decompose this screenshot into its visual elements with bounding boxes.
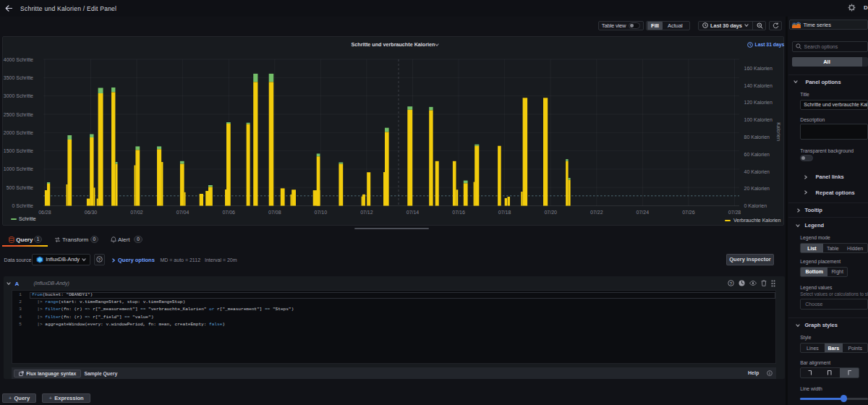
svg-text:07/26: 07/26 [682, 210, 695, 215]
svg-text:07/24: 07/24 [637, 210, 650, 215]
svg-text:?: ? [730, 281, 733, 286]
svg-text:07/06: 07/06 [222, 210, 235, 215]
svg-text:0 Schritte: 0 Schritte [12, 203, 33, 208]
svg-text:07/18: 07/18 [498, 210, 511, 215]
svg-text:120 Kalorien: 120 Kalorien [744, 100, 773, 105]
svg-text:60 Kalorien: 60 Kalorien [744, 152, 770, 157]
svg-text:Kalorien: Kalorien [776, 122, 781, 141]
svg-text:140 Kalorien: 140 Kalorien [744, 83, 773, 88]
svg-text:07/22: 07/22 [590, 210, 603, 215]
svg-text:2000 Schritte: 2000 Schritte [4, 130, 33, 135]
svg-text:07/08: 07/08 [268, 210, 281, 215]
svg-text:07/16: 07/16 [452, 210, 465, 215]
svg-text:500 Schritte: 500 Schritte [7, 185, 33, 190]
svg-text:40 Kalorien: 40 Kalorien [744, 169, 770, 174]
svg-text:0 Kalorien: 0 Kalorien [744, 203, 767, 208]
svg-text:07/20: 07/20 [544, 210, 557, 215]
svg-text:07/02: 07/02 [130, 210, 143, 215]
svg-text:?: ? [98, 257, 101, 262]
svg-text:20 Kalorien: 20 Kalorien [744, 186, 770, 191]
svg-text:3000 Schritte: 3000 Schritte [4, 93, 33, 98]
svg-text:4000 Schritte: 4000 Schritte [4, 57, 33, 62]
svg-text:160 Kalorien: 160 Kalorien [744, 66, 773, 71]
svg-text:07/28: 07/28 [728, 210, 741, 215]
svg-text:07/12: 07/12 [360, 210, 373, 215]
svg-text:1500 Schritte: 1500 Schritte [4, 148, 33, 153]
svg-text:2500 Schritte: 2500 Schritte [4, 112, 33, 117]
svg-text:06/30: 06/30 [85, 210, 98, 215]
svg-text:80 Kalorien: 80 Kalorien [744, 135, 770, 140]
svg-text:07/10: 07/10 [315, 210, 328, 215]
svg-text:1000 Schritte: 1000 Schritte [4, 166, 33, 171]
svg-text:07/14: 07/14 [407, 210, 420, 215]
svg-text:06/28: 06/28 [38, 210, 51, 215]
svg-text:07/04: 07/04 [176, 210, 190, 215]
svg-text:3500 Schritte: 3500 Schritte [4, 75, 33, 80]
svg-text:100 Kalorien: 100 Kalorien [744, 117, 773, 122]
